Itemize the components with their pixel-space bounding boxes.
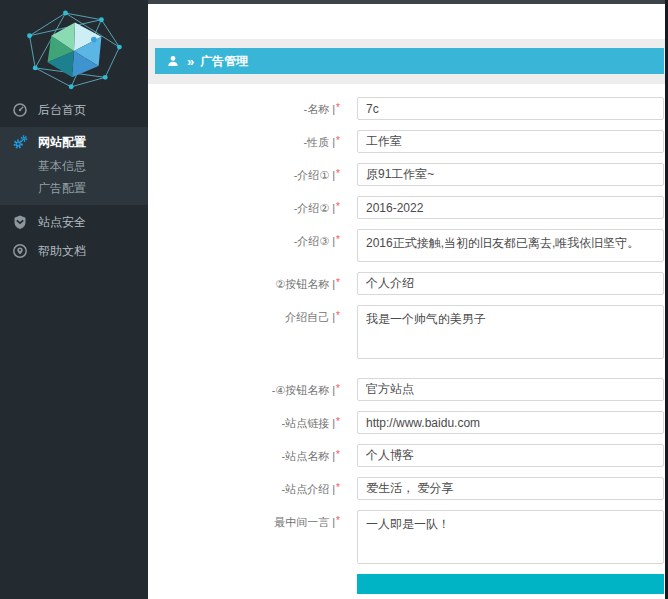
sidebar-item-site-config[interactable]: 网站配置: [0, 129, 148, 155]
field-label-9: -站点链接 |*: [148, 411, 357, 431]
sidebar-item-basic-info[interactable]: 基本信息: [0, 155, 148, 177]
required-marker: *: [336, 310, 340, 321]
required-marker: *: [336, 515, 340, 526]
submit-button[interactable]: [357, 574, 664, 594]
field-label-2: -性质 |*: [148, 130, 357, 150]
sidebar-item-label: 后台首页: [38, 102, 86, 119]
help-icon: [12, 243, 28, 259]
sidebar-item-ad-config[interactable]: 广告配置: [0, 177, 148, 199]
shield-icon: [12, 214, 28, 230]
field-input-2[interactable]: [357, 130, 664, 153]
field-label-8: -④按钮名称 |*: [148, 378, 357, 398]
user-icon: [167, 55, 179, 67]
field-input-9[interactable]: [357, 411, 664, 434]
field-label-7: 介绍自己 |*: [148, 305, 357, 325]
sidebar-item-site-security[interactable]: 站点安全: [0, 210, 148, 234]
required-marker: *: [336, 482, 340, 493]
required-marker: *: [336, 168, 340, 179]
form-row: -站点名称 |*: [148, 444, 668, 467]
field-input-3[interactable]: [357, 163, 664, 186]
sidebar-group-site-config: 网站配置 基本信息 广告配置: [0, 127, 148, 205]
field-input-12[interactable]: [357, 510, 664, 564]
form-rows: -名称 |* -性质 |* -介绍① |* -介绍② |* -介绍③ |* ②按…: [148, 97, 668, 564]
admin-page: 后台首页 网站配置 基本信息: [0, 0, 668, 599]
required-marker: *: [336, 449, 340, 460]
field-label-1: -名称 |*: [148, 97, 357, 117]
logo-gem-icon: [22, 6, 126, 92]
field-label-10: -站点名称 |*: [148, 444, 357, 464]
field-label-3: -介绍① |*: [148, 163, 357, 183]
form-row: -性质 |*: [148, 130, 668, 153]
form-row: -介绍② |*: [148, 196, 668, 219]
required-marker: *: [336, 201, 340, 212]
sidebar-item-label: 网站配置: [38, 134, 86, 151]
sidebar-subitem-label: 基本信息: [38, 159, 86, 173]
field-label-12: 最中间一言 |*: [148, 510, 357, 530]
field-input-6[interactable]: [357, 272, 664, 295]
form-row: -介绍① |*: [148, 163, 668, 186]
field-input-1[interactable]: [357, 97, 664, 120]
breadcrumb: » 广告管理: [155, 48, 664, 74]
field-input-4[interactable]: [357, 196, 664, 219]
required-marker: *: [336, 135, 340, 146]
field-label-6: ②按钮名称 |*: [148, 272, 357, 292]
field-label-4: -介绍② |*: [148, 196, 357, 216]
required-marker: *: [336, 277, 340, 288]
field-input-10[interactable]: [357, 444, 664, 467]
gears-icon: [12, 134, 28, 150]
breadcrumb-separator: »: [187, 54, 194, 69]
sidebar-item-label: 帮助文档: [38, 243, 86, 260]
field-input-8[interactable]: [357, 378, 664, 401]
field-input-7[interactable]: [357, 305, 664, 359]
required-marker: *: [336, 416, 340, 427]
field-label-5: -介绍③ |*: [148, 229, 357, 249]
dashboard-icon: [12, 102, 28, 118]
submit-row: [148, 574, 668, 594]
sidebar-item-dashboard[interactable]: 后台首页: [0, 98, 148, 122]
required-marker: *: [336, 383, 340, 394]
required-marker: *: [336, 234, 340, 245]
sidebar: 后台首页 网站配置 基本信息: [0, 0, 148, 599]
main-content: » 广告管理 -名称 |* -性质 |* -介绍① |* -介绍② |* -介绍…: [148, 4, 668, 599]
field-input-11[interactable]: [357, 477, 664, 500]
sidebar-item-label: 站点安全: [38, 214, 86, 231]
sidebar-nav: 后台首页 网站配置 基本信息: [0, 98, 148, 263]
required-marker: *: [336, 102, 340, 113]
form-row: -介绍③ |*: [148, 229, 668, 262]
breadcrumb-band: » 广告管理: [148, 39, 668, 84]
sidebar-item-help-docs[interactable]: 帮助文档: [0, 239, 148, 263]
sidebar-subitem-label: 广告配置: [38, 181, 86, 195]
form-row: 最中间一言 |*: [148, 510, 668, 564]
field-input-5[interactable]: [357, 229, 664, 262]
ad-config-form: -名称 |* -性质 |* -介绍① |* -介绍② |* -介绍③ |* ②按…: [148, 84, 668, 594]
form-row: 介绍自己 |*: [148, 305, 668, 359]
form-row: -④按钮名称 |*: [148, 378, 668, 401]
form-row: ②按钮名称 |*: [148, 272, 668, 295]
field-label-11: -站点介绍 |*: [148, 477, 357, 497]
submit-spacer: [148, 574, 357, 579]
form-row: -名称 |*: [148, 97, 668, 120]
breadcrumb-label: 广告管理: [200, 53, 248, 70]
form-row: -站点链接 |*: [148, 411, 668, 434]
form-row: -站点介绍 |*: [148, 477, 668, 500]
